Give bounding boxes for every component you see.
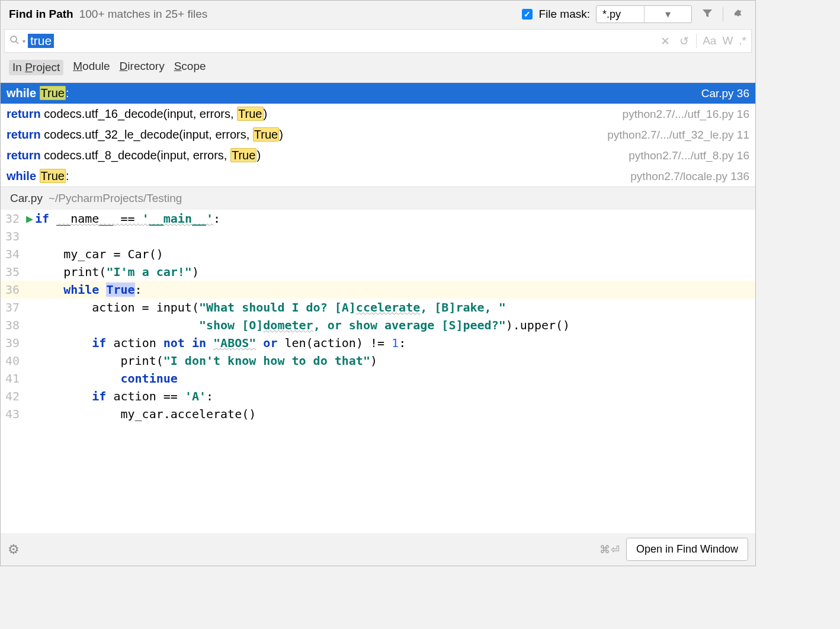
- gear-icon[interactable]: ⚙: [8, 542, 20, 557]
- run-gutter-icon[interactable]: ▶: [24, 210, 35, 227]
- scope-tab[interactable]: Scope: [174, 60, 206, 75]
- preview-header: Car.py ~/PycharmProjects/Testing: [1, 187, 755, 210]
- code-line[interactable]: 39 if action not in "ABOS" or len(action…: [1, 334, 755, 352]
- scope-tab[interactable]: In Project: [9, 60, 63, 75]
- run-gutter-icon: [24, 387, 35, 405]
- result-path: python2.7/.../utf_8.py 16: [629, 149, 749, 162]
- line-number: 43: [1, 405, 24, 423]
- code-line[interactable]: 37 action = input("What should I do? [A]…: [1, 299, 755, 316]
- code-line[interactable]: 40 print("I don't know how to do that"): [1, 352, 755, 370]
- dialog-title: Find in Path: [9, 8, 73, 21]
- results-list: while True:Car.py 36return codecs.utf_16…: [1, 82, 755, 187]
- result-row[interactable]: while True:python2.7/locale.py 136: [1, 166, 755, 187]
- result-row[interactable]: while True:Car.py 36: [1, 83, 755, 104]
- line-number: 32: [1, 210, 24, 227]
- result-row[interactable]: return codecs.utf_32_le_decode(input, er…: [1, 124, 755, 145]
- line-number: 37: [1, 299, 24, 316]
- search-field-row: true ✕ ↺ Aa W .*: [4, 29, 752, 53]
- line-number: 38: [1, 316, 24, 334]
- scope-tab[interactable]: Directory: [120, 60, 165, 75]
- scope-tab[interactable]: Module: [73, 60, 110, 75]
- file-mask-value[interactable]: *.py: [597, 6, 644, 23]
- line-number: 34: [1, 245, 24, 263]
- run-gutter-icon: [24, 263, 35, 281]
- code-line[interactable]: 41 continue: [1, 370, 755, 387]
- line-number: 42: [1, 387, 24, 405]
- regex-toggle[interactable]: .*: [739, 34, 746, 47]
- search-input[interactable]: true: [28, 34, 54, 48]
- code-line[interactable]: 43 my_car.accelerate(): [1, 405, 755, 423]
- line-number: 40: [1, 352, 24, 370]
- run-gutter-icon: [24, 299, 35, 316]
- result-row[interactable]: return codecs.utf_8_decode(input, errors…: [1, 145, 755, 166]
- run-gutter-icon: [24, 352, 35, 370]
- code-line[interactable]: 42 if action == 'A':: [1, 387, 755, 405]
- code-preview[interactable]: 32▶if __name__ == '__main__':3334 my_car…: [1, 210, 755, 533]
- search-icon[interactable]: [9, 35, 25, 47]
- clear-icon[interactable]: ✕: [656, 34, 675, 48]
- history-icon[interactable]: ↺: [675, 34, 694, 48]
- code-line[interactable]: 34 my_car = Car(): [1, 245, 755, 263]
- whole-words-toggle[interactable]: W: [722, 34, 733, 47]
- match-options: Aa W .*: [699, 34, 746, 47]
- line-number: 41: [1, 370, 24, 387]
- svg-line-1: [16, 41, 18, 44]
- open-in-find-window-button[interactable]: Open in Find Window: [626, 538, 748, 561]
- line-number: 33: [1, 227, 24, 245]
- run-gutter-icon: [24, 370, 35, 387]
- file-mask-combo[interactable]: *.py ▾: [596, 5, 692, 23]
- chevron-down-icon[interactable]: ▾: [644, 6, 691, 23]
- preview-file-name: Car.py: [10, 192, 43, 205]
- svg-point-0: [11, 36, 17, 42]
- result-row[interactable]: return codecs.utf_16_decode(input, error…: [1, 104, 755, 124]
- file-mask-checkbox[interactable]: [522, 9, 533, 20]
- run-gutter-icon: [24, 227, 35, 245]
- code-line[interactable]: 38 "show [O]dometer, or show average [S]…: [1, 316, 755, 334]
- preview-file-path: ~/PycharmProjects/Testing: [49, 192, 182, 205]
- line-number: 36: [1, 281, 24, 299]
- code-line[interactable]: 36 while True:: [1, 281, 755, 299]
- dialog-header: Find in Path 100+ matches in 25+ files F…: [1, 1, 755, 28]
- code-line[interactable]: 32▶if __name__ == '__main__':: [1, 210, 755, 227]
- pin-icon[interactable]: [729, 8, 747, 21]
- result-path: Car.py 36: [701, 87, 749, 100]
- match-count: 100+ matches in 25+ files: [79, 8, 208, 21]
- result-path: python2.7/locale.py 136: [630, 170, 749, 183]
- match-case-toggle[interactable]: Aa: [703, 34, 716, 47]
- result-path: python2.7/.../utf_32_le.py 11: [607, 129, 749, 142]
- run-gutter-icon: [24, 281, 35, 299]
- line-number: 39: [1, 334, 24, 352]
- shortcut-hint: ⌘⏎: [599, 543, 620, 556]
- run-gutter-icon: [24, 334, 35, 352]
- run-gutter-icon: [24, 405, 35, 423]
- result-path: python2.7/.../utf_16.py 16: [623, 108, 749, 121]
- scope-tabs: In ProjectModuleDirectoryScope: [1, 54, 755, 82]
- line-number: 35: [1, 263, 24, 281]
- run-gutter-icon: [24, 316, 35, 334]
- file-mask-label: File mask:: [538, 8, 590, 21]
- code-line[interactable]: 35 print("I'm a car!"): [1, 263, 755, 281]
- run-gutter-icon: [24, 245, 35, 263]
- code-line[interactable]: 33: [1, 227, 755, 245]
- dialog-footer: ⚙ ⌘⏎ Open in Find Window: [1, 533, 755, 566]
- filter-icon[interactable]: [698, 7, 717, 22]
